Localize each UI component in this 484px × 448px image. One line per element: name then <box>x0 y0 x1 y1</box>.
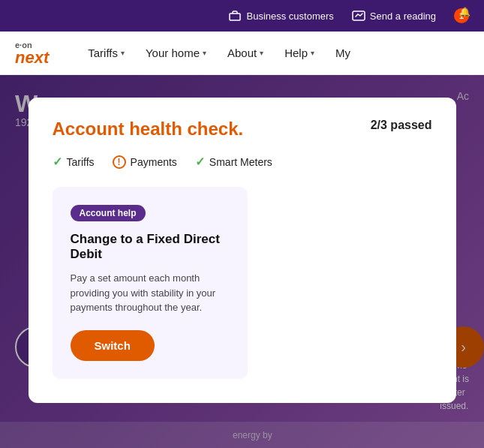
check-pass-icon: ✓ <box>53 155 62 169</box>
check-smart-meters: ✓ Smart Meters <box>195 155 272 169</box>
briefcase-icon <box>228 9 242 23</box>
check-warn-icon: ! <box>113 155 126 169</box>
card-description: Pay a set amount each month providing yo… <box>71 271 230 315</box>
top-bar: Business customers Send a reading 1 🔔 <box>0 0 484 32</box>
check-smart-meters-label: Smart Meters <box>209 156 272 168</box>
my-label: My <box>335 47 350 59</box>
meter-icon <box>352 9 365 23</box>
modal-score: 2/3 passed <box>371 119 432 132</box>
nav-your-home[interactable]: Your home ▾ <box>137 41 215 65</box>
check-tariffs-label: Tariffs <box>67 156 95 168</box>
modal-title: Account health check. <box>53 119 244 140</box>
logo[interactable]: e·on next <box>15 41 49 66</box>
nav-help[interactable]: Help ▾ <box>275 41 323 65</box>
card-title: Change to a Fixed Direct Debit <box>71 232 230 262</box>
your-home-label: Your home <box>146 47 200 59</box>
business-customers-label: Business customers <box>246 11 333 22</box>
nav-my-account[interactable]: My <box>326 41 359 65</box>
about-label: About <box>227 47 257 59</box>
account-help-card: Account help Change to a Fixed Direct De… <box>53 187 248 379</box>
notification-badge[interactable]: 1 🔔 <box>454 8 469 23</box>
check-payments-label: Payments <box>131 156 177 168</box>
modal-overlay: Account health check. 2/3 passed ✓ Tarif… <box>0 75 484 448</box>
send-reading-label: Send a reading <box>370 11 436 22</box>
svg-rect-1 <box>353 11 365 20</box>
tariffs-chevron-icon: ▾ <box>121 49 125 57</box>
switch-button[interactable]: Switch <box>71 330 155 361</box>
help-label: Help <box>284 47 308 59</box>
health-check-modal: Account health check. 2/3 passed ✓ Tarif… <box>29 98 456 403</box>
main-nav: Tariffs ▾ Your home ▾ About ▾ Help ▾ My <box>79 41 359 65</box>
check-pass-icon-2: ✓ <box>195 155 205 169</box>
tariffs-label: Tariffs <box>88 47 118 59</box>
logo-next-text: next <box>15 50 49 66</box>
nav-about[interactable]: About ▾ <box>218 41 272 65</box>
card-badge: Account help <box>71 205 146 221</box>
nav-tariffs[interactable]: Tariffs ▾ <box>79 41 134 65</box>
modal-checks: ✓ Tariffs ! Payments ✓ Smart Meters <box>53 155 432 169</box>
about-chevron-icon: ▾ <box>260 49 263 57</box>
help-chevron-icon: ▾ <box>311 49 314 57</box>
check-payments: ! Payments <box>113 155 177 169</box>
svg-rect-0 <box>230 14 240 20</box>
check-tariffs: ✓ Tariffs <box>53 155 95 169</box>
nav-bar: e·on next Tariffs ▾ Your home ▾ About ▾ … <box>0 32 484 75</box>
modal-header: Account health check. 2/3 passed <box>53 119 432 140</box>
send-reading-link[interactable]: Send a reading <box>352 9 436 23</box>
business-customers-link[interactable]: Business customers <box>228 9 333 23</box>
your-home-chevron-icon: ▾ <box>203 49 206 57</box>
